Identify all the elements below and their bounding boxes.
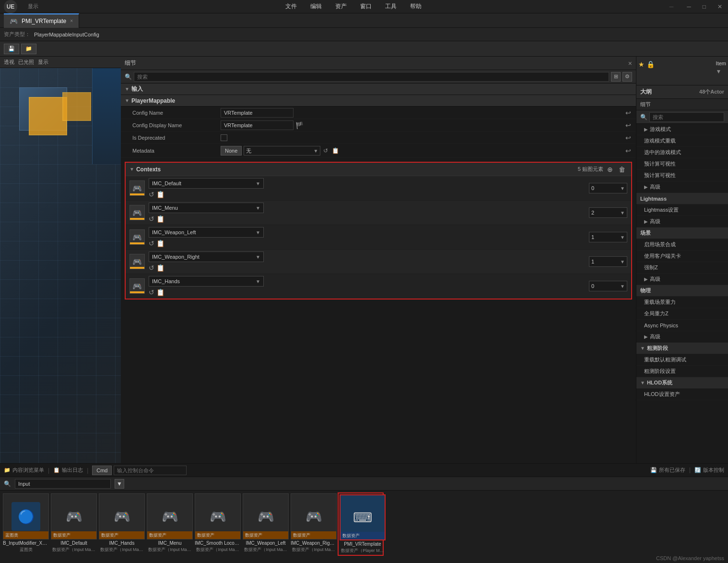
- ctx-num-arrow-2[interactable]: ▼: [620, 235, 625, 240]
- ctx-refresh-4[interactable]: ↺: [149, 288, 154, 296]
- view-btn[interactable]: 显示: [25, 2, 41, 11]
- ctx-refresh-2[interactable]: ↺: [149, 240, 154, 247]
- rp-item-16[interactable]: 全局重力Z: [636, 308, 728, 320]
- menu-file[interactable]: 文件: [282, 1, 300, 12]
- pmi-tab[interactable]: 🎮 PMI_VRTemplate ×: [4, 13, 79, 28]
- save-btn[interactable]: 💾: [4, 44, 19, 54]
- folder-btn[interactable]: 📁: [21, 44, 36, 54]
- rp-item-4[interactable]: 预计算可视性: [636, 170, 728, 181]
- rp-item-12[interactable]: 强制Z: [636, 262, 728, 274]
- rp-section-scene[interactable]: 场景: [636, 228, 728, 239]
- ctx-dropdown-1[interactable]: IMC_Menu ▼: [149, 203, 264, 213]
- rp-item-23[interactable]: HLOD设置资产: [636, 389, 728, 400]
- ctx-num-arrow-1[interactable]: ▼: [620, 210, 625, 216]
- rp-item-3[interactable]: 预计算可视性: [636, 158, 728, 170]
- menu-assets[interactable]: 资产: [332, 1, 350, 12]
- save-all-btn[interactable]: 💾 所有已保存: [650, 467, 685, 474]
- rp-item-1[interactable]: 游戏模式重载: [636, 135, 728, 147]
- menu-tools[interactable]: 工具: [382, 1, 399, 12]
- ctx-item-3: 🎮 IMC_Weapon_Right ▼ ↺ 📋: [126, 250, 631, 274]
- ctx-dropdown-2[interactable]: IMC_Weapon_Left ▼: [149, 227, 264, 238]
- menu-edit[interactable]: 编辑: [307, 1, 325, 12]
- rp-item-11[interactable]: 使用客户端关卡: [636, 251, 728, 262]
- rp-item-17[interactable]: Async Physics: [636, 320, 728, 331]
- ctx-num-arrow-0[interactable]: ▼: [620, 186, 625, 191]
- ctx-dropdown-4[interactable]: IMC_Hands ▼: [149, 276, 264, 287]
- right-search-input[interactable]: [649, 112, 724, 122]
- filter-icon[interactable]: ▼: [716, 68, 726, 75]
- metadata-dropdown[interactable]: 无 ▼: [244, 146, 320, 156]
- ctx-dropdown-0[interactable]: IMC_Default ▼: [149, 178, 264, 189]
- cmd-btn[interactable]: Cmd: [92, 466, 112, 475]
- section-input[interactable]: ▼ 输入: [121, 84, 636, 95]
- ctx-copy-3[interactable]: 📋: [156, 264, 164, 272]
- ctx-refresh-0[interactable]: ↺: [149, 191, 154, 198]
- version-control-btn[interactable]: 🔄 版本控制: [694, 467, 724, 474]
- ctx-copy-2[interactable]: 📋: [156, 240, 164, 247]
- asset-item-2[interactable]: 🎮 数据资产 IMC_Hands 数据资产（Input Ma…: [98, 492, 144, 554]
- rp-item-13[interactable]: ▶ 高级: [636, 274, 728, 285]
- asset-icon-3: 🎮: [155, 502, 184, 531]
- config-name-input[interactable]: [221, 108, 294, 118]
- ctx-copy-0[interactable]: 📋: [156, 191, 164, 198]
- content-manager-btn[interactable]: 📁 内容浏览菜单: [4, 467, 44, 474]
- metadata-reset[interactable]: ↩: [624, 146, 632, 156]
- asset-icon-4: 🎮: [203, 502, 232, 531]
- is-deprecated-checkbox[interactable]: [221, 134, 227, 141]
- ctx-dropdown-3[interactable]: IMC_Weapon_Right ▼: [149, 252, 264, 262]
- config-display-reset[interactable]: ↩: [624, 120, 632, 130]
- config-name-reset[interactable]: ↩: [624, 108, 632, 118]
- ctx-refresh-1[interactable]: ↺: [149, 215, 154, 223]
- asset-item-3[interactable]: 🎮 数据资产 IMC_Menu 数据资产（Input Ma…: [146, 492, 192, 554]
- rp-item-20[interactable]: 重载默认粗测调试: [636, 354, 728, 366]
- display-name-icon[interactable]: 🏴: [295, 121, 304, 129]
- ctx-num-arrow-4[interactable]: ▼: [620, 284, 625, 289]
- asset-item-6[interactable]: 🎮 数据资产 IMC_Weapon_Righ… 数据资产（Input Ma…: [290, 492, 336, 554]
- section-playermappable[interactable]: ▼ PlayerMappable: [121, 95, 636, 107]
- minimize-btn[interactable]: ─: [685, 3, 693, 10]
- ctx-copy-1[interactable]: 📋: [156, 215, 164, 223]
- close-btn[interactable]: ✕: [716, 3, 724, 10]
- contexts-add-btn[interactable]: ⊕: [605, 165, 615, 174]
- rp-section-lightmass[interactable]: Lightmass: [636, 193, 728, 204]
- asset-item-5[interactable]: 🎮 数据资产 IMC_Weapon_Left 数据资产（Input Ma…: [242, 492, 288, 554]
- cmd-input[interactable]: [114, 466, 187, 475]
- rp-section-physics[interactable]: 物理: [636, 285, 728, 297]
- rp-item-10[interactable]: 启用场景合成: [636, 239, 728, 251]
- rp-item-8[interactable]: ▶ 高级: [636, 216, 728, 228]
- details-close-btn[interactable]: ×: [628, 60, 632, 67]
- rp-item-2[interactable]: 选中的游戏模式: [636, 147, 728, 158]
- grid-view-btn[interactable]: ⊞: [611, 72, 621, 82]
- asset-item-0[interactable]: 🔵 蓝图类 B_InputModifier_XAxisPositiveOnly …: [2, 492, 48, 554]
- asset-item-7[interactable]: ⌨ 数据资产 PMI_VRTemplate 数据资产（Player M…: [338, 492, 384, 556]
- rp-section-lod[interactable]: ▼ 粗测阶段: [636, 343, 728, 354]
- output-log-btn[interactable]: 📋 输出日志: [53, 467, 83, 474]
- metadata-copy-btn[interactable]: 📋: [331, 146, 340, 155]
- metadata-none-btn[interactable]: None: [221, 146, 242, 156]
- rp-item-15[interactable]: 重载场景重力: [636, 297, 728, 308]
- rp-item-7[interactable]: Lightmass设置: [636, 204, 728, 216]
- ctx-num-arrow-3[interactable]: ▼: [620, 259, 625, 264]
- ctx-copy-4[interactable]: 📋: [156, 288, 164, 296]
- ab-arrow-btn[interactable]: ▼: [115, 479, 124, 489]
- search-input[interactable]: [134, 72, 609, 82]
- asset-browser-search[interactable]: [15, 479, 111, 489]
- settings-btn[interactable]: ⚙: [622, 72, 632, 82]
- rp-item-18[interactable]: ▶ 高级: [636, 331, 728, 343]
- is-deprecated-reset[interactable]: ↩: [624, 133, 632, 143]
- tab-close-btn[interactable]: ×: [70, 18, 73, 24]
- metadata-refresh-btn[interactable]: ↺: [322, 146, 329, 155]
- contexts-delete-btn[interactable]: 🗑: [617, 165, 627, 174]
- config-display-input[interactable]: [221, 120, 294, 130]
- rp-item-21[interactable]: 粗测阶段设置: [636, 366, 728, 377]
- maximize-btn[interactable]: □: [701, 3, 708, 10]
- rp-item-game-mode[interactable]: ▶ 游戏模式: [636, 124, 728, 135]
- menu-window[interactable]: 窗口: [357, 1, 375, 12]
- rp-label-11: 使用客户端关卡: [644, 252, 681, 260]
- rp-section-hlod[interactable]: ▼ HLOD系统: [636, 377, 728, 389]
- rp-item-5[interactable]: ▶ 高级: [636, 181, 728, 193]
- menu-help[interactable]: 帮助: [407, 1, 424, 12]
- asset-item-4[interactable]: 🎮 数据资产 IMC_Smooth Locomotion 数据资产（Input …: [194, 492, 240, 554]
- asset-item-1[interactable]: 🎮 数据资产 IMC_Default 数据资产（Input Ma…: [50, 492, 96, 554]
- ctx-refresh-3[interactable]: ↺: [149, 264, 154, 272]
